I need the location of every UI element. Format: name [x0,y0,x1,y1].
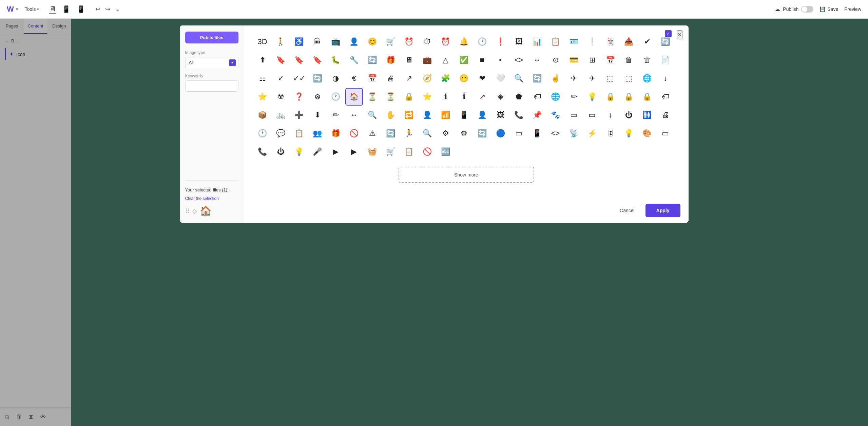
icon-chat[interactable]: 💬 [273,125,289,142]
icon-code[interactable]: <> [511,52,527,68]
icon-time[interactable]: 🕐 [254,125,271,142]
icon-euro[interactable]: € [346,70,362,87]
icon-image-frame[interactable]: 🖼 [511,34,527,50]
image-type-select[interactable]: All PNG SVG JPG [185,57,238,68]
icon-play[interactable]: ▶ [328,144,344,160]
icon-info[interactable]: ℹ [438,89,454,105]
icon-lock2[interactable]: 🔒 [602,89,619,105]
icon-rect2[interactable]: ▭ [584,107,600,123]
icon-mobile[interactable]: 📱 [456,107,472,123]
icon-rectangle[interactable]: ▭ [657,125,674,142]
icon-cart[interactable]: 🛒 [383,34,399,50]
icon-list[interactable]: 📋 [401,144,417,160]
icon-info2[interactable]: ℹ [456,89,472,105]
icon-check-circle[interactable]: ✅ [456,52,472,68]
icon-check-box[interactable]: ✔ [639,34,655,50]
icon-star-outline[interactable]: ⭐ [419,89,436,105]
apply-button[interactable]: Apply [645,204,680,217]
icon-alert2[interactable]: ❕ [584,34,600,50]
tablet-icon[interactable]: 📱 [62,5,71,13]
icon-checkmark[interactable]: ✓ [273,70,289,87]
close-button[interactable]: × [677,30,682,39]
icon-add-alarm[interactable]: ⏱ [419,34,436,50]
icon-search-magnify[interactable]: 🔍 [364,107,381,123]
icon-square-black[interactable]: ■ [474,52,490,68]
icon-phone2[interactable]: 📱 [529,125,545,142]
icon-takeoff[interactable]: ✈ [584,70,600,87]
icon-trash2[interactable]: 🗑 [639,52,655,68]
icon-mixer[interactable]: ⚡ [584,125,600,142]
icon-translate[interactable]: 🌐 [639,70,655,87]
icon-gift[interactable]: 🎁 [383,52,399,68]
icon-double-check[interactable]: ✓✓ [291,70,307,87]
icon-landing[interactable]: ✈ [566,70,582,87]
icon-rect[interactable]: ▭ [566,107,582,123]
icon-signal[interactable]: 📶 [438,107,454,123]
tools-menu-arrow[interactable]: ▾ [37,7,39,12]
icon-shopping[interactable]: 🛒 [383,144,399,160]
icon-photo[interactable]: 🖼 [493,107,509,123]
icon-triangle[interactable]: △ [438,52,454,68]
icon-hand[interactable]: ✋ [383,107,399,123]
icon-add-circle[interactable]: ➕ [291,107,307,123]
icon-cal2[interactable]: 📅 [364,70,381,87]
icon-credit-card[interactable]: 💳 [566,52,582,68]
icon-notes[interactable]: 📋 [291,125,307,142]
publish-button[interactable]: ☁ Publish [775,6,813,13]
home-icon-selected[interactable]: 🏠 [200,205,212,217]
undo-icon[interactable]: ↩ [95,5,100,13]
icon-document[interactable]: 📄 [657,52,674,68]
icon-edit2[interactable]: ✏ [328,107,344,123]
icon-lightbulb[interactable]: 💡 [621,125,637,142]
icon-bookmark3[interactable]: 🔖 [309,52,326,68]
app-logo[interactable]: W [7,5,14,14]
icon-dashed-box[interactable]: ⬚ [602,70,619,87]
icon-label[interactable]: ⬟ [511,89,527,105]
icon-restroom[interactable]: 🚻 [639,107,655,123]
icon-dashed-box2[interactable]: ⬚ [621,70,637,87]
icon-card[interactable]: 🃏 [602,34,619,50]
icon-calendar[interactable]: 📅 [602,52,619,68]
cancel-button[interactable]: Cancel [614,204,641,217]
icon-square2[interactable]: ▪ [493,52,509,68]
icon-exit[interactable]: ↗ [401,70,417,87]
icon-bluetooth[interactable]: 🔵 [493,125,509,142]
icon-3d[interactable]: 3D [254,34,271,50]
icon-bar-chart[interactable]: 📊 [529,34,545,50]
icon-package[interactable]: 📦 [254,107,271,123]
drag-handle-icon[interactable]: ⠿ [185,207,190,215]
selected-files-row[interactable]: Your selected files (1) › [185,187,238,192]
icon-heart-outline[interactable]: 🤍 [493,70,509,87]
icon-cancel-circle[interactable]: ⊗ [309,89,326,105]
icon-undo[interactable]: 🔄 [383,125,399,142]
history-more-icon[interactable]: ⌄ [115,5,120,13]
icon-face[interactable]: 😊 [364,34,381,50]
icon-lamp[interactable]: 💡 [291,144,307,160]
icon-pie[interactable]: ◑ [328,70,344,87]
icon-running[interactable]: 🏃 [401,125,417,142]
icon-group[interactable]: 👥 [309,125,326,142]
icon-bulb[interactable]: 💡 [584,89,600,105]
icon-palette[interactable]: 🎨 [639,125,655,142]
clear-selection-link[interactable]: Clear the selection [185,196,219,201]
icon-bike[interactable]: 🚲 [273,107,289,123]
icon-arrow-down[interactable]: ↓ [602,107,619,123]
icon-settings2[interactable]: ⚙ [456,125,472,142]
icon-basket[interactable]: 🧺 [364,144,381,160]
icon-arrow-out[interactable]: ↗ [474,89,490,105]
mobile-icon[interactable]: 📱 [77,5,85,13]
keywords-input[interactable] [185,80,238,92]
icon-label2[interactable]: 🏷 [529,89,545,105]
icon-monitor[interactable]: 🖥 [401,52,417,68]
icon-refresh2[interactable]: 🔄 [529,70,545,87]
icon-ink-drop[interactable]: ◈ [493,89,509,105]
tools-menu[interactable]: Tools [25,6,36,12]
icon-screen[interactable]: 📺 [328,34,344,50]
icon-person-walk[interactable]: 🚶 [273,34,289,50]
icon-loop[interactable]: 🔄 [309,70,326,87]
icon-sync[interactable]: 🔄 [364,52,381,68]
select-all-checkbox[interactable]: ✓ [665,30,672,37]
icon-download-box[interactable]: 📥 [621,34,637,50]
icon-pin[interactable]: 📌 [529,107,545,123]
icon-face2[interactable]: 😶 [456,70,472,87]
